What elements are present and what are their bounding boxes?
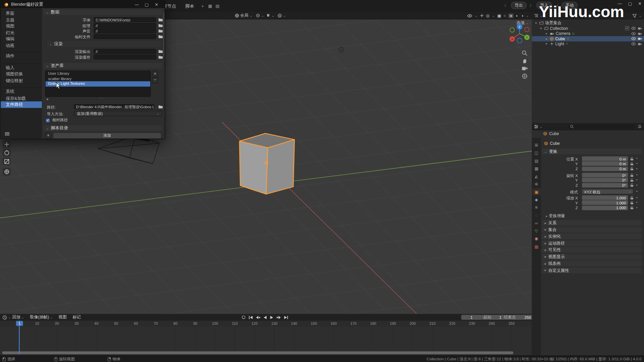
export-button[interactable]: 导出 bbox=[511, 2, 527, 9]
timeline-ruler[interactable]: 1020304050607080901001101201301401501601… bbox=[0, 320, 532, 326]
object-name[interactable]: Cube bbox=[550, 141, 560, 145]
preferences-sidebar-item[interactable]: 视图切换 bbox=[1, 71, 42, 77]
lock-open-icon[interactable] bbox=[631, 183, 634, 187]
preferences-sidebar-item[interactable]: 系统 bbox=[1, 87, 42, 95]
pin-icon[interactable] bbox=[638, 125, 642, 128]
path-field[interactable] bbox=[94, 34, 156, 39]
disclosure-icon[interactable]: ▾ bbox=[539, 26, 543, 30]
animate-dot-icon[interactable]: • bbox=[636, 173, 638, 177]
overlays-icon[interactable]: ◎ bbox=[486, 13, 490, 18]
timeline-menu-item[interactable]: 标记 bbox=[72, 314, 80, 320]
path-field[interactable]: // bbox=[94, 23, 156, 28]
animate-dot-icon[interactable]: • bbox=[636, 200, 638, 204]
render-camera-icon[interactable] bbox=[638, 37, 642, 41]
animate-dot-icon[interactable]: • bbox=[636, 195, 638, 199]
transform-value-field[interactable]: 0° bbox=[582, 183, 628, 187]
preferences-sidebar-item[interactable]: 动画 bbox=[1, 42, 42, 49]
transform-value-field[interactable]: 0° bbox=[582, 178, 628, 182]
shading-material-icon[interactable]: ◐ bbox=[516, 13, 518, 18]
tab-scene[interactable]: ◭ bbox=[532, 173, 541, 180]
tool-scale-button[interactable] bbox=[2, 158, 10, 165]
tab-object-data[interactable]: ▽ bbox=[532, 227, 541, 234]
breadcrumb-object[interactable]: Cube bbox=[549, 131, 559, 136]
delta-transform-toggle[interactable]: ▸ 变换增量 bbox=[546, 213, 565, 219]
shading-solid-icon[interactable]: ● bbox=[508, 13, 514, 18]
transform-orientation-dropdown[interactable]: 全局 ⌄ bbox=[235, 12, 252, 19]
preferences-sidebar-item[interactable]: 保存&加载 bbox=[1, 95, 42, 101]
transform-value-field[interactable]: 1.000 bbox=[582, 195, 628, 200]
property-panel-header[interactable]: ▸ 视图显示 bbox=[542, 254, 642, 259]
property-panel-header[interactable]: ▸ 运动路径 bbox=[542, 240, 642, 246]
folder-icon[interactable] bbox=[158, 55, 163, 59]
eye-icon[interactable] bbox=[631, 37, 636, 41]
path-field[interactable] bbox=[94, 54, 156, 59]
light-object[interactable] bbox=[337, 45, 346, 54]
lock-open-icon[interactable] bbox=[631, 178, 634, 182]
preferences-sidebar-item[interactable]: 键位映射 bbox=[1, 77, 42, 84]
folder-icon[interactable] bbox=[158, 29, 163, 33]
drag-handle-icon[interactable]: ⋯ bbox=[99, 96, 103, 100]
disclosure-icon[interactable]: ▸ bbox=[545, 32, 548, 36]
outliner-row-cube[interactable]: ▸ Cube ▽ bbox=[532, 36, 644, 41]
transform-value-field[interactable]: 0 m bbox=[582, 167, 628, 171]
add-workspace-icon[interactable]: + bbox=[200, 4, 206, 9]
show-gizmo-icon[interactable]: ✛ bbox=[480, 13, 483, 18]
disclosure-icon[interactable]: ▸ bbox=[545, 42, 548, 46]
lock-open-icon[interactable] bbox=[631, 157, 634, 160]
animate-dot-icon[interactable]: • bbox=[636, 205, 638, 209]
tool-move-button[interactable] bbox=[2, 140, 10, 148]
render-camera-icon[interactable] bbox=[638, 32, 642, 35]
preferences-sidebar-item[interactable]: 视图 bbox=[1, 23, 42, 29]
outliner-row-light[interactable]: ▸ Light ○ bbox=[532, 41, 644, 46]
lock-open-icon[interactable] bbox=[631, 201, 634, 204]
transform-section-header[interactable]: ⌄ 变换 bbox=[542, 148, 642, 154]
playhead-frame-badge[interactable]: 1 bbox=[16, 321, 23, 326]
asset-section-header[interactable]: ⌄ 资产库 bbox=[44, 63, 162, 68]
camera-view-icon[interactable] bbox=[522, 66, 528, 71]
snapping-controls[interactable]: ⌄ bbox=[266, 12, 274, 19]
editor-type-dropdown[interactable]: ⌄ bbox=[2, 314, 11, 321]
library-expander[interactable]: ▸ bbox=[47, 97, 49, 101]
render-section-header[interactable]: ⌄ 渲染 bbox=[47, 41, 162, 47]
maximize-icon[interactable]: ▢ bbox=[142, 2, 151, 7]
timeline-menu-item[interactable]: 视图 bbox=[59, 314, 67, 320]
minimize-icon[interactable]: — bbox=[132, 2, 142, 7]
tool-rotate-button[interactable] bbox=[2, 149, 10, 157]
tab-render[interactable]: ◫ bbox=[532, 149, 541, 157]
property-panel-header[interactable]: ▸ 线条画 bbox=[542, 261, 642, 266]
eye-icon[interactable] bbox=[631, 42, 636, 46]
xray-toggle-icon[interactable]: ▣ bbox=[497, 13, 501, 18]
path-field[interactable]: C:\WINDOWS\Fonts\ bbox=[94, 17, 156, 22]
tab-physics[interactable]: ◌ bbox=[532, 212, 541, 219]
tab-output[interactable]: ▤ bbox=[532, 157, 541, 164]
tab-scripting[interactable]: 脚本 bbox=[181, 2, 198, 11]
timeline-scrollbar[interactable] bbox=[2, 351, 513, 354]
property-panel-header[interactable]: ▸ 关系 bbox=[542, 220, 642, 226]
tab-particles[interactable]: ※ bbox=[532, 204, 541, 211]
frame-end-field[interactable]: 结束点 250 bbox=[502, 315, 533, 320]
relative-path-checkbox[interactable]: ✓ bbox=[46, 119, 50, 122]
property-panel-header[interactable]: ▸ 自定义属性 bbox=[542, 267, 642, 273]
add-library-button[interactable]: + bbox=[152, 71, 158, 77]
preferences-sidebar-item[interactable]: 灯光 bbox=[1, 29, 42, 36]
eye-icon[interactable] bbox=[631, 32, 636, 35]
preferences-sidebar-item[interactable]: 界面 bbox=[1, 10, 42, 17]
scripts-section-header[interactable]: ⌄ 脚本目录 bbox=[44, 125, 162, 131]
timeline-menu-item[interactable]: 取像(插帧) bbox=[30, 314, 53, 320]
tab-world[interactable]: ⊕ bbox=[532, 181, 541, 188]
folder-icon[interactable] bbox=[158, 105, 163, 109]
maximize-icon[interactable]: ▢ bbox=[628, 1, 632, 6]
preferences-sidebar-item[interactable]: 文件路径 bbox=[1, 101, 42, 108]
path-field[interactable]: // bbox=[94, 28, 156, 33]
property-panel-header[interactable]: ▸ 可见性 bbox=[542, 247, 642, 253]
preferences-sidebar-item[interactable]: 主题 bbox=[1, 17, 42, 23]
menu-hamburger-icon[interactable] bbox=[4, 132, 10, 136]
tab-view-layer[interactable]: ▦ bbox=[532, 165, 541, 172]
animate-dot-icon[interactable]: • bbox=[636, 189, 638, 193]
preferences-sidebar-item[interactable]: 编辑 bbox=[1, 36, 42, 42]
properties-editor-dropdown[interactable]: ⌄ bbox=[534, 123, 542, 130]
pivot-point-dropdown[interactable]: ⌄ bbox=[256, 12, 264, 19]
animate-dot-icon[interactable]: • bbox=[636, 178, 638, 182]
property-panel-header[interactable]: ▸ 集合 bbox=[542, 227, 642, 233]
close-icon[interactable]: ✕ bbox=[638, 1, 641, 6]
